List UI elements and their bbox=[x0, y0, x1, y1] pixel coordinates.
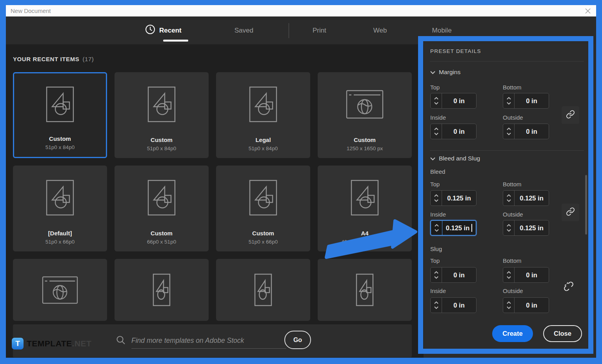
indesign-document-icon bbox=[351, 166, 379, 230]
slug-link-toggle[interactable] bbox=[564, 281, 574, 293]
margins-section-label: Margins bbox=[439, 69, 460, 76]
preset-details-heading: PRESET DETAILS bbox=[430, 48, 481, 54]
web-document-icon bbox=[42, 259, 78, 321]
recent-item-name: Custom bbox=[151, 136, 173, 144]
margin-inside-value[interactable]: 0 in bbox=[453, 128, 464, 135]
recent-item-12[interactable] bbox=[318, 259, 412, 321]
margins-link-toggle[interactable] bbox=[562, 106, 579, 124]
margin-outside-value[interactable]: 0 in bbox=[526, 128, 537, 135]
margins-row1-labels: TopBottom bbox=[430, 84, 575, 91]
recent-item-dims: 51p0 x 66p0 bbox=[45, 239, 75, 245]
margin-inside-stepper[interactable]: 0 in bbox=[430, 124, 477, 139]
recent-item-custom-2[interactable]: Custom 51p0 x 84p0 bbox=[115, 72, 209, 158]
tab-saved[interactable]: Saved bbox=[235, 27, 253, 35]
slug-top-stepper[interactable]: 0 in bbox=[430, 267, 477, 283]
bleed-inside-stepper[interactable]: 0.125 in bbox=[430, 220, 477, 236]
stock-search-input[interactable]: Find more templates on Adobe Stock bbox=[131, 333, 286, 349]
recent-item-custom-4[interactable]: Custom 51p0 x 66p0 bbox=[216, 166, 310, 251]
mobile-document-icon bbox=[153, 259, 171, 321]
recent-items-heading: YOUR RECENT ITEMS(17) bbox=[13, 56, 94, 62]
tab-mobile[interactable]: Mobile bbox=[432, 27, 452, 35]
indesign-document-icon bbox=[46, 73, 74, 135]
indesign-document-icon bbox=[249, 166, 277, 230]
bleed-top-stepper[interactable]: 0.125 in bbox=[430, 190, 477, 206]
close-button[interactable]: Close bbox=[543, 325, 582, 342]
bleed-row2-labels: InsideOutside bbox=[430, 211, 575, 218]
bleed-bottom-stepper[interactable]: 0.125 in bbox=[503, 190, 549, 206]
preset-details-panel: PRESET DETAILS Margins TopBottom 0 in bbox=[424, 44, 596, 358]
recent-item-9[interactable] bbox=[13, 259, 107, 321]
tab-recent[interactable]: Recent bbox=[145, 24, 182, 36]
tab-divider bbox=[289, 23, 289, 38]
tab-web[interactable]: Web bbox=[373, 27, 387, 35]
stepper-arrows[interactable] bbox=[503, 191, 515, 206]
new-document-dialog: New Document Recent Saved Print Web M bbox=[6, 5, 596, 358]
stepper-arrows[interactable] bbox=[431, 191, 442, 206]
margin-bottom-value[interactable]: 0 in bbox=[526, 97, 537, 105]
slug-row1-labels: TopBottom bbox=[430, 257, 575, 264]
indesign-document-icon bbox=[147, 166, 176, 230]
go-button[interactable]: Go bbox=[284, 331, 311, 349]
recent-item-name: Custom bbox=[49, 135, 71, 142]
bleed-link-toggle[interactable] bbox=[562, 204, 579, 221]
recent-item-custom-web[interactable]: Custom 1250 x 1650 px bbox=[318, 72, 412, 158]
slug-outside-stepper[interactable]: 0 in bbox=[503, 297, 549, 313]
separator bbox=[430, 61, 584, 62]
slug-bottom-stepper[interactable]: 0 in bbox=[503, 267, 549, 283]
stepper-arrows[interactable] bbox=[503, 298, 515, 313]
slug-top-value[interactable]: 0 in bbox=[453, 271, 464, 279]
indesign-document-icon bbox=[249, 72, 277, 136]
tab-print[interactable]: Print bbox=[313, 27, 326, 35]
slug-outside-value[interactable]: 0 in bbox=[526, 302, 537, 309]
stepper-arrows[interactable] bbox=[503, 124, 515, 139]
window-close-icon[interactable] bbox=[584, 7, 592, 15]
create-button[interactable]: Create bbox=[492, 325, 533, 342]
slug-inside-value[interactable]: 0 in bbox=[453, 302, 464, 309]
slug-subheading: Slug bbox=[430, 246, 442, 252]
stepper-arrows[interactable] bbox=[431, 298, 442, 313]
templatenet-logo-icon: T bbox=[12, 338, 24, 349]
mobile-document-icon bbox=[254, 259, 272, 321]
recent-item-custom-3[interactable]: Custom 66p0 x 51p0 bbox=[115, 166, 209, 251]
slug-inside-stepper[interactable]: 0 in bbox=[430, 297, 477, 313]
active-tab-underline bbox=[163, 40, 188, 42]
bleed-and-slug-section-toggle[interactable]: Bleed and Slug bbox=[430, 155, 480, 162]
recent-item-default[interactable]: [Default] 51p0 x 66p0 bbox=[13, 166, 107, 251]
broken-link-icon bbox=[564, 286, 574, 293]
recent-item-name: A4 bbox=[361, 230, 368, 237]
bleed-top-value[interactable]: 0.125 in bbox=[447, 195, 471, 202]
bleed-bottom-value[interactable]: 0.125 in bbox=[520, 195, 544, 202]
window-title: New Document bbox=[6, 7, 51, 14]
recent-item-custom-1[interactable]: Custom 51p0 x 84p0 bbox=[13, 72, 107, 158]
slug-row2-labels: InsideOutside bbox=[430, 288, 575, 294]
recent-item-legal[interactable]: Legal 51p0 x 84p0 bbox=[216, 72, 310, 158]
tab-mobile-label: Mobile bbox=[432, 27, 452, 35]
slug-bottom-value[interactable]: 0 in bbox=[526, 271, 537, 279]
bleed-outside-value[interactable]: 0.125 in bbox=[520, 224, 544, 232]
recent-item-11[interactable] bbox=[216, 259, 310, 321]
stepper-arrows[interactable] bbox=[431, 221, 442, 235]
recent-item-dims: 51p0 x 84p0 bbox=[147, 146, 176, 151]
recent-item-name: Custom bbox=[252, 230, 274, 237]
search-icon bbox=[116, 335, 126, 347]
stepper-arrows[interactable] bbox=[503, 220, 515, 235]
stepper-arrows[interactable] bbox=[431, 124, 442, 139]
margin-top-stepper[interactable]: 0 in bbox=[430, 93, 477, 109]
margins-section-toggle[interactable]: Margins bbox=[430, 69, 460, 76]
tab-recent-label: Recent bbox=[159, 27, 182, 35]
stepper-arrows[interactable] bbox=[431, 93, 442, 108]
recent-item-name: Legal bbox=[255, 136, 271, 144]
margin-outside-stepper[interactable]: 0 in bbox=[503, 124, 549, 139]
margin-bottom-stepper[interactable]: 0 in bbox=[503, 93, 549, 109]
bleed-inside-value[interactable]: 0.125 in bbox=[446, 224, 470, 232]
recent-item-a4[interactable]: A4 49p7.276 x 70p1.89 bbox=[318, 166, 412, 251]
panel-scrollbar[interactable] bbox=[585, 175, 587, 235]
recent-item-10[interactable] bbox=[115, 259, 209, 321]
bleed-outside-stepper[interactable]: 0.125 in bbox=[503, 220, 549, 236]
chevron-down-icon bbox=[430, 69, 435, 76]
stepper-arrows[interactable] bbox=[503, 93, 515, 108]
stepper-arrows[interactable] bbox=[503, 268, 515, 282]
stepper-arrows[interactable] bbox=[431, 268, 442, 282]
recent-item-name: Custom bbox=[151, 230, 173, 237]
margin-top-value[interactable]: 0 in bbox=[453, 97, 464, 105]
